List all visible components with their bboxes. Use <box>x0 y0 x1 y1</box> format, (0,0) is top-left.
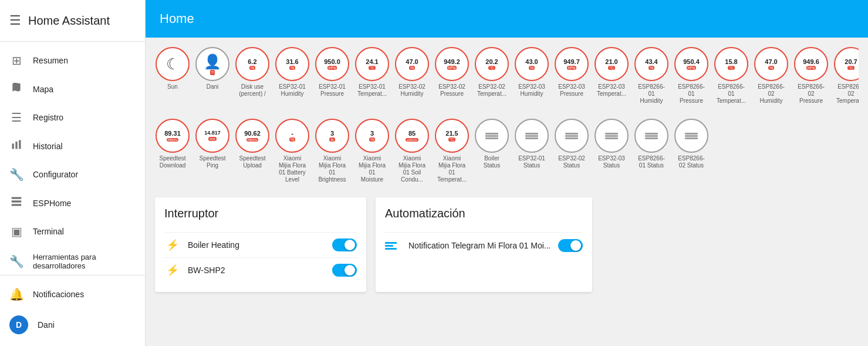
sidebar-item-esphome[interactable]: ESPHome <box>0 189 145 217</box>
person-icon: 👤 <box>204 53 221 70</box>
sensor-flora-conductivity[interactable]: 85 µS/cm XiaomiMijia Flora01 SoilCondu..… <box>394 119 430 183</box>
sidebar-item-registro[interactable]: ☰ Registro <box>0 103 145 132</box>
sidebar-item-dani[interactable]: D Dani <box>0 308 145 341</box>
sidebar-item-resumen[interactable]: ⊞ Resumen <box>0 46 145 75</box>
esp8266-02-pressure-circle: 949.6 hPa <box>794 47 828 81</box>
sensor-esp32-03-temp[interactable]: 21.0 °C ESP32-03Temperat... <box>594 47 629 105</box>
sensor-flora-battery[interactable]: - % XiaomiMijia Flora01 BatteryLevel <box>275 119 310 183</box>
sensor-esp8266-01-status[interactable]: ESP8266-01 Status <box>634 119 669 183</box>
sensor-esp32-01-status[interactable]: ESP32-01Status <box>514 119 549 183</box>
boiler-heating-label: Boiler Heating <box>188 240 325 250</box>
sensor-esp32-01-humidity[interactable]: 31.6 % ESP32-01Humidity <box>275 47 310 105</box>
esp32-01-humidity-circle: 31.6 % <box>275 47 309 81</box>
sensor-speedtest-dl[interactable]: 89.31 Mbit/s SpeedtestDownload <box>155 119 190 183</box>
sensor-esp8266-01-humidity[interactable]: 43.4 % ESP8266-01Humidity <box>634 47 669 105</box>
sidebar-item-terminal[interactable]: ▣ Terminal <box>0 217 145 246</box>
esp8266-02-temp-circle: 20.7 °C <box>834 47 859 81</box>
speedtest-ping-circle: 14.817 ms <box>195 119 229 153</box>
sensor-flora-brightness[interactable]: 3 lx XiaomiMijia Flora01Brightness <box>315 119 350 183</box>
esp32-01-temp-circle: 24.1 °C <box>355 47 389 81</box>
bw-shp2-toggle[interactable] <box>332 264 357 277</box>
sidebar-item-herramientas[interactable]: 🔧 Herramientas para desarrolladores <box>0 246 145 275</box>
esp32-03-temp-circle: 21.0 °C <box>595 47 629 81</box>
boiler-heating-icon: ⚡ <box>164 238 181 251</box>
sidebar-label-herramientas: Herramientas para desarrolladores <box>33 253 136 270</box>
sidebar: ☰ Home Assistant ⊞ Resumen Mapa ☰ Regist… <box>0 0 146 346</box>
boiler-heating-toggle[interactable] <box>332 238 357 251</box>
sidebar-label-notificaciones: Notificaciones <box>33 290 84 299</box>
boiler-heating-item: ⚡ Boiler Heating <box>164 232 357 257</box>
sensor-speedtest-ping[interactable]: 14.817 ms SpeedtestPing <box>195 119 230 183</box>
esp32-01-pressure-circle: 950.0 hPa <box>315 47 349 81</box>
sensor-esp8266-01-pressure[interactable]: 950.4 hPa ESP8266-01Pressure <box>674 47 709 105</box>
boiler-status-circle <box>475 119 509 153</box>
chart-icon <box>9 139 23 153</box>
esp32-02-status-circle <box>555 119 589 153</box>
sensor-esp32-03-status[interactable]: ESP32-03Status <box>594 119 629 183</box>
bw-shp2-item: ⚡ BW-SHP2 <box>164 257 357 283</box>
automatizacion-card-title: Automatización <box>385 207 583 225</box>
bw-shp2-label: BW-SHP2 <box>188 266 325 275</box>
sensor-esp32-02-pressure[interactable]: 949.2 hPa ESP32-02Pressure <box>434 47 470 105</box>
app-title: Home Assistant <box>28 14 110 28</box>
automation-label-1: Notification Telegram Mi Flora 01 Moi... <box>408 241 551 250</box>
svg-rect-4 <box>12 200 22 202</box>
sun-circle: ☾ <box>156 47 190 81</box>
esp32-02-pressure-circle: 949.2 hPa <box>435 47 469 81</box>
menu-icon[interactable]: ☰ <box>9 13 21 28</box>
sidebar-item-historial[interactable]: Historial <box>0 132 145 160</box>
grid-icon: ⊞ <box>9 53 23 68</box>
toggle-thumb <box>345 265 355 276</box>
sensor-esp32-01-pressure[interactable]: 950.0 hPa ESP32-01Pressure <box>315 47 350 105</box>
flora-conductivity-circle: 85 µS/cm <box>395 119 429 153</box>
automation-toggle-1[interactable] <box>558 239 583 252</box>
esphome-icon <box>9 196 23 210</box>
wrench-icon: 🔧 <box>9 167 23 182</box>
speedtest-ul-circle: 90.62 Mbit/s <box>235 119 269 153</box>
person-question: ? <box>210 70 215 75</box>
esp32-03-humidity-circle: 43.0 % <box>515 47 549 81</box>
main-content: Home ☾ Sun 👤 ? Dani 6.2 % <box>146 0 868 346</box>
esp8266-02-humidity-circle: 47.0 % <box>754 47 788 81</box>
sidebar-header: ☰ Home Assistant <box>0 0 145 42</box>
avatar: D <box>9 315 28 334</box>
esp8266-01-status-circle <box>634 119 668 153</box>
sensor-dani-label: Dani <box>207 83 219 90</box>
sidebar-item-notificaciones[interactable]: 🔔 Notificaciones <box>0 280 145 308</box>
sidebar-label-resumen: Resumen <box>33 56 68 65</box>
sensor-flora-moisture[interactable]: 3 % XiaomiMijia Flora01Moisture <box>354 119 390 183</box>
sidebar-label-historial: Historial <box>33 142 63 151</box>
sensor-esp32-03-humidity[interactable]: 43.0 % ESP32-03Humidity <box>514 47 549 105</box>
sensor-esp32-03-pressure[interactable]: 949.7 hPa ESP32-03Pressure <box>554 47 589 105</box>
esp32-02-humidity-circle: 47.0 % <box>395 47 429 81</box>
flora-moisture-circle: 3 % <box>355 119 389 153</box>
svg-rect-5 <box>12 204 22 206</box>
sensor-esp8266-02-pressure[interactable]: 949.6 hPa ESP8266-02Pressure <box>793 47 829 105</box>
disk-use-circle: 6.2 % <box>235 47 269 81</box>
flora-battery-circle: - % <box>275 119 309 153</box>
sensor-flora-temp[interactable]: 21.5 °C XiaomiMijia Flora01Temperat... <box>434 119 470 183</box>
sensor-esp32-02-temp[interactable]: 20.2 °C ESP32-02Temperat... <box>474 47 509 105</box>
sensor-boiler-status[interactable]: BoilerStatus <box>474 119 509 183</box>
sensor-disk-use[interactable]: 6.2 % Disk use(percent) / <box>235 47 270 105</box>
sidebar-label-mapa: Mapa <box>33 85 53 94</box>
sensor-esp32-01-temp[interactable]: 24.1 °C ESP32-01Temperat... <box>354 47 390 105</box>
sensor-speedtest-ul[interactable]: 90.62 Mbit/s SpeedtestUpload <box>235 119 270 183</box>
svg-rect-1 <box>15 142 17 149</box>
sensor-esp32-02-status[interactable]: ESP32-02Status <box>554 119 589 183</box>
content-area: ☾ Sun 👤 ? Dani 6.2 % Disk use(percent) / <box>146 38 868 346</box>
sensor-esp8266-02-status[interactable]: ESP8266-02 Status <box>674 119 709 183</box>
sensor-esp8266-02-temp[interactable]: 20.7 °C ESP8266-02Temperat... <box>833 47 859 105</box>
sidebar-item-mapa[interactable]: Mapa <box>0 75 145 103</box>
interruptor-card-title: Interruptor <box>164 207 357 225</box>
sensor-esp8266-01-temp[interactable]: 15.8 °C ESP8266-01Temperat... <box>714 47 749 105</box>
sensor-dani[interactable]: 👤 ? Dani <box>195 47 230 105</box>
terminal-icon: ▣ <box>9 224 23 238</box>
flora-brightness-circle: 3 lx <box>315 119 349 153</box>
sidebar-item-configurator[interactable]: 🔧 Configurator <box>0 160 145 189</box>
sidebar-label-configurator: Configurator <box>33 170 78 179</box>
sensor-sun[interactable]: ☾ Sun <box>155 47 190 105</box>
sensor-esp32-02-humidity[interactable]: 47.0 % ESP32-02Humidity <box>394 47 430 105</box>
sidebar-label-esphome: ESPHome <box>33 199 71 208</box>
sensor-esp8266-02-humidity[interactable]: 47.0 % ESP8266-02Humidity <box>754 47 789 105</box>
